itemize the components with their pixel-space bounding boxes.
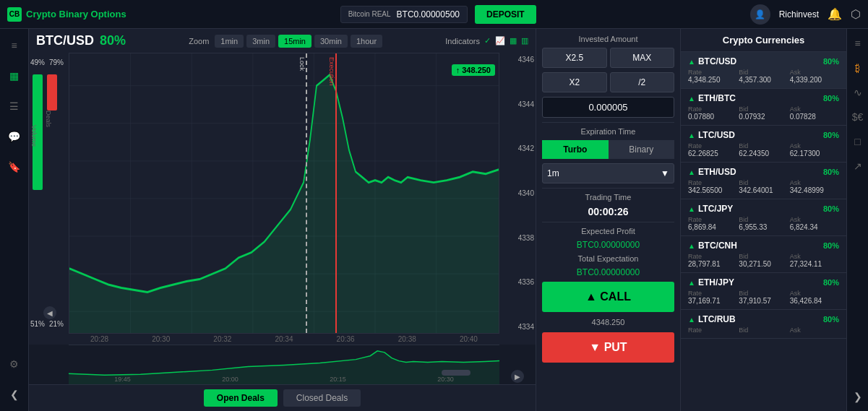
mini-scroll-right[interactable]: ▶ [511, 370, 524, 383]
mini-chart-left [29, 345, 69, 384]
account-type-label: Bitcoin REAL [348, 10, 391, 18]
logout-icon[interactable]: ⬡ [851, 7, 861, 21]
open-deals-button[interactable]: Open Deals [204, 389, 278, 407]
time-axis: 20:28 20:30 20:32 20:34 20:36 20:38 20:4… [29, 334, 536, 345]
far-right-fx-icon[interactable]: $€ [849, 108, 867, 126]
balance-value: BTC0.00000500 [397, 9, 460, 20]
bid-btccnh: Bid30,271.50 [739, 253, 788, 268]
price-4346: 4346 [501, 56, 534, 64]
bell-icon[interactable]: 🔔 [828, 7, 842, 21]
max-button[interactable]: MAX [610, 48, 675, 68]
far-right-bitcoin-icon[interactable]: ₿ [849, 59, 867, 77]
turbo-button[interactable]: Turbo [542, 140, 609, 159]
crypto-pct-ltcjpy: 80% [823, 204, 839, 213]
crypto-rates-ethusd: Rate342.56500 Bid342.64001 Ask342.48999 [688, 179, 839, 194]
far-right-layers-icon[interactable]: ≡ [849, 35, 867, 52]
price-4340: 4340 [501, 189, 534, 197]
crypto-name-ethbtc: ▲ ETH/BTC [688, 93, 736, 103]
price-4336: 4336 [501, 278, 534, 286]
crypto-item-ltcjpy[interactable]: ▲ LTC/JPY 80% Rate6,869.84 Bid6,955.33 A… [681, 199, 846, 236]
chart-wrapper: 49% 79% Volume Deals 51% 21% ◀ ↑ 348.250… [29, 53, 536, 334]
zoom-30min[interactable]: 30min [314, 35, 348, 48]
arrow-btcusd: ▲ [688, 58, 695, 66]
crypto-item-btccnh[interactable]: ▲ BTC/CNH 80% Rate28,797.81 Bid30,271.50… [681, 236, 846, 273]
indicators-candle-icon[interactable]: ▥ [521, 36, 528, 46]
svg-marker-13 [69, 75, 499, 333]
crypto-name-ltcjpy: ▲ LTC/JPY [688, 204, 733, 214]
indicators-bar-icon[interactable]: ▦ [510, 36, 517, 46]
time-select[interactable]: 1m ▼ [542, 163, 674, 183]
total-expectation-value: BTC0.00000000 [542, 267, 674, 277]
volume-panel: 49% 79% Volume Deals 51% 21% ◀ [29, 53, 69, 334]
deposit-button[interactable]: DEPOSIT [475, 5, 536, 24]
amount-input[interactable] [542, 97, 674, 118]
arrow-ltcusd: ▲ [688, 131, 695, 139]
arrow-btccnh: ▲ [688, 242, 695, 250]
x2-button[interactable]: X2 [542, 72, 607, 92]
crypto-item-btcusd[interactable]: ▲ BTC/USD 80% Rate4,348.250 Bid4,357.300… [681, 52, 846, 89]
far-right-box-icon[interactable]: □ [849, 133, 867, 150]
crypto-pct-ethusd: 80% [823, 168, 839, 176]
bid-ethbtc: Bid0.07932 [739, 105, 788, 121]
indicators-check-icon[interactable]: ✓ [484, 36, 491, 46]
put-button[interactable]: ▼ PUT [542, 332, 674, 363]
zoom-1min[interactable]: 1min [215, 35, 244, 48]
ask-btccnh: Ask27,324.11 [790, 253, 839, 268]
arrow-ethjpy: ▲ [688, 279, 695, 287]
indicators-line-icon[interactable]: 📈 [495, 36, 505, 46]
far-right-sidebar: ≡ ₿ ∿ $€ □ ↗ ❯ [846, 29, 868, 411]
price-chart [69, 53, 499, 333]
closed-deals-button[interactable]: Closed Deals [283, 389, 361, 407]
crypto-item-ethjpy[interactable]: ▲ ETH/JPY 80% Rate37,169.71 Bid37,910.57… [681, 273, 846, 310]
rate-ltcjpy: Rate6,869.84 [688, 216, 737, 231]
sidebar-icon-bookmark[interactable]: 🔖 [4, 156, 25, 178]
execution-line [335, 53, 337, 333]
bid-ethusd: Bid342.64001 [739, 179, 788, 194]
crypto-item-ltcusd[interactable]: ▲ LTC/USD 80% Rate62.26825 Bid62.24350 A… [681, 126, 846, 163]
div2-button[interactable]: /2 [610, 72, 675, 92]
call-button[interactable]: ▲ CALL [542, 282, 674, 312]
sidebar-icon-expand[interactable]: ❮ [4, 384, 25, 405]
mini-scroll-handle[interactable] [442, 370, 470, 376]
far-right-wave-icon[interactable]: ∿ [849, 84, 867, 101]
x2-5-button[interactable]: X2.5 [542, 48, 607, 68]
mini-chart-right: ▶ [499, 345, 536, 384]
binary-button[interactable]: Binary [609, 140, 675, 159]
crypto-item-ltcrub[interactable]: ▲ LTC/RUB 80% Rate Bid Ask [681, 310, 846, 339]
vol-scroll-left[interactable]: ◀ [43, 306, 56, 319]
middle-price: 4348.250 [542, 316, 674, 328]
time-select-arrow: ▼ [661, 168, 669, 178]
crypto-item-ethusd[interactable]: ▲ ETH/USD 80% Rate342.56500 Bid342.64001… [681, 163, 846, 199]
sidebar-icon-list[interactable]: ☰ [4, 95, 25, 117]
ask-ethusd: Ask342.48999 [790, 179, 839, 194]
sidebar-icon-settings[interactable]: ⚙ [4, 353, 25, 375]
crypto-list: ▲ BTC/USD 80% Rate4,348.250 Bid4,357.300… [681, 52, 846, 411]
rate-btccnh: Rate28,797.81 [688, 253, 737, 268]
ask-ltcjpy: Ask6,824.34 [790, 216, 839, 231]
far-right-chevron-icon[interactable]: ❯ [849, 388, 867, 405]
sidebar-icon-menu[interactable]: ≡ [4, 35, 25, 56]
chart-indicators: Indicators ✓ 📈 ▦ ▥ [445, 36, 528, 46]
far-right-chart-icon[interactable]: ↗ [849, 157, 867, 175]
sidebar-icon-chart[interactable]: ▦ [4, 65, 25, 87]
mini-chart-main: 19:45 20:00 20:15 20:30 [69, 345, 499, 384]
rate-ltcrub: Rate [688, 326, 737, 334]
topbar-right: 👤 Richinvest 🔔 ⬡ [750, 4, 861, 25]
crypto-name-btcusd: ▲ BTC/USD [688, 56, 736, 66]
zoom-15min[interactable]: 15min [278, 35, 311, 48]
time-2030: 20:30 [152, 335, 170, 343]
sidebar-icon-chat[interactable]: 💬 [4, 126, 25, 147]
crypto-item-header-ltcjpy: ▲ LTC/JPY 80% [688, 204, 839, 214]
crypto-item-ethbtc[interactable]: ▲ ETH/BTC 80% Rate0.07880 Bid0.07932 Ask… [681, 89, 846, 126]
crypto-name-ltcrub: ▲ LTC/RUB [688, 314, 736, 324]
price-4342: 4342 [501, 144, 534, 152]
left-sidebar: ≡ ▦ ☰ 💬 🔖 ⚙ ❮ [0, 29, 29, 411]
price-4344: 4344 [501, 100, 534, 108]
zoom-3min[interactable]: 3min [246, 35, 275, 48]
volume-bar-red [47, 74, 57, 111]
crypto-rates-btcusd: Rate4,348.250 Bid4,357.300 Ask4,339.200 [688, 69, 839, 84]
zoom-1hour[interactable]: 1hour [351, 35, 382, 48]
amount-multiplier-row: X2.5 MAX [542, 48, 674, 68]
execution-label: Execution [328, 57, 335, 86]
chart-percent: 80% [100, 33, 126, 48]
